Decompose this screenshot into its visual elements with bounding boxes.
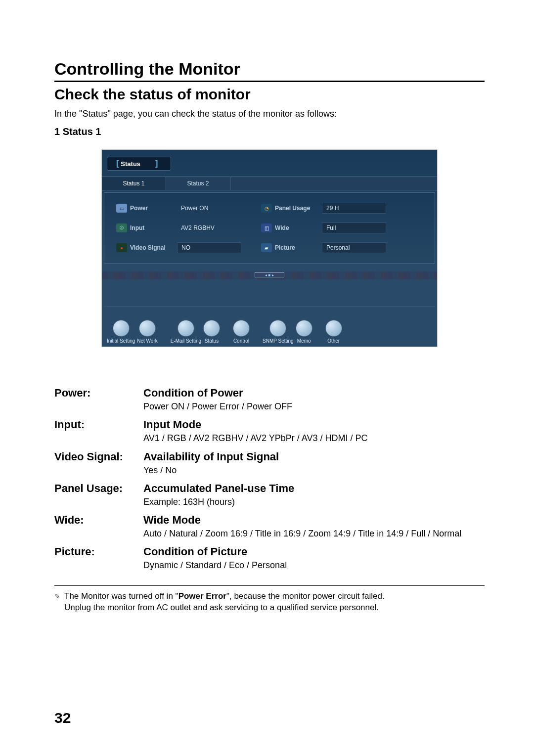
panel-usage-icon: ◔	[261, 204, 272, 213]
def-detail-power: Power ON / Power Error / Power OFF	[143, 400, 485, 412]
subtab-status2[interactable]: Status 2	[166, 177, 230, 190]
control-icon	[233, 320, 250, 337]
input-value: AV2 RGBHV	[177, 223, 241, 233]
bracket-right-icon: ]	[155, 159, 158, 168]
def-head-input: Input Mode	[143, 418, 485, 431]
def-head-picture: Condition of Picture	[143, 545, 485, 558]
def-head-power: Condition of Power	[143, 387, 485, 400]
def-detail-wide: Auto / Natural / Zoom 16:9 / Title in 16…	[143, 528, 485, 539]
nav-label: E-Mail Setting	[171, 338, 201, 344]
other-icon	[325, 320, 342, 337]
note-post: ", because the monitor power circuit fai…	[226, 591, 385, 601]
mini-nav-icon: ◂ ■ ▸	[255, 272, 284, 277]
def-detail-input: AV1 / RGB / AV2 RGBHV / AV2 YPbPr / AV3 …	[143, 432, 485, 444]
panel-usage-value: 29 H	[322, 203, 386, 214]
network-icon	[139, 320, 156, 337]
picture-value: Personal	[322, 242, 386, 253]
def-head-wide: Wide Mode	[143, 514, 485, 527]
def-term-power: Power:	[54, 387, 143, 416]
input-icon: ⦾	[116, 223, 127, 232]
page-subtitle: Check the status of monitor	[54, 86, 485, 103]
picture-label: Picture	[275, 244, 322, 251]
tab-status[interactable]: [ Status ]	[107, 157, 171, 171]
intro-text: In the "Status" page, you can check the …	[54, 109, 485, 119]
nav-label: Net Work	[137, 338, 158, 344]
nav-label: Other	[327, 338, 340, 344]
initial-setting-icon	[113, 320, 130, 337]
def-term-panelusage: Panel Usage:	[54, 482, 143, 512]
nav-initial-setting[interactable]: Initial Setting	[107, 320, 135, 344]
power-value: Power ON	[177, 203, 241, 213]
bottom-nav: Initial Setting Net Work E-Mail Setting …	[107, 320, 432, 344]
power-label: Power	[130, 205, 177, 212]
video-signal-value: NO	[177, 242, 241, 253]
note-bold: Power Error	[178, 591, 226, 601]
pencil-icon: ✎	[54, 592, 60, 600]
status-panel: ▭ Power Power ON ◔ Panel Usage 29 H ⦾ In…	[104, 192, 435, 264]
definitions: Power: Condition of Power Power ON / Pow…	[54, 387, 485, 586]
wide-label: Wide	[275, 224, 322, 231]
nav-network[interactable]: Net Work	[137, 320, 158, 344]
page-number: 32	[54, 710, 71, 726]
nav-label: Memo	[297, 338, 311, 344]
nav-other[interactable]: Other	[325, 320, 342, 344]
nav-label: SNMP Setting	[263, 338, 294, 344]
def-term-picture: Picture:	[54, 545, 143, 575]
nav-status[interactable]: Status	[203, 320, 220, 344]
picture-icon: ▰	[261, 243, 272, 252]
input-label: Input	[130, 224, 177, 231]
nav-label: Control	[233, 338, 249, 344]
section-label: 1 Status 1	[54, 126, 485, 137]
footnote: ✎ The Monitor was turned off in "Power E…	[54, 591, 485, 614]
wide-icon: ◫	[261, 223, 272, 232]
panel-usage-label: Panel Usage	[275, 205, 322, 212]
def-term-input: Input:	[54, 418, 143, 448]
def-detail-panelusage: Example: 163H (hours)	[143, 496, 485, 508]
status-icon	[203, 320, 220, 337]
note-pre: The Monitor was turned off in "	[64, 591, 178, 601]
status-row-videosignal: ● Video Signal NO ▰ Picture Personal	[116, 242, 423, 253]
note-line2: Unplug the monitor from AC outlet and as…	[64, 603, 379, 612]
video-signal-label: Video Signal	[130, 244, 177, 251]
nav-control[interactable]: Control	[233, 320, 250, 344]
bracket-left-icon: [	[116, 159, 119, 168]
divider-line	[104, 306, 435, 307]
def-detail-picture: Dynamic / Standard / Eco / Personal	[143, 559, 485, 571]
subtab-status1[interactable]: Status 1	[102, 177, 166, 190]
tab-status-label: Status	[121, 160, 140, 168]
nav-snmp-setting[interactable]: SNMP Setting	[263, 320, 294, 344]
status-row-power: ▭ Power Power ON ◔ Panel Usage 29 H	[116, 203, 423, 214]
status-screenshot: [ Status ] Status 1 Status 2 ▭ Power Pow…	[101, 149, 438, 347]
status-row-input: ⦾ Input AV2 RGBHV ◫ Wide Full	[116, 222, 423, 233]
wide-value: Full	[322, 222, 386, 233]
def-head-videosignal: Availability of Input Signal	[143, 450, 485, 463]
memo-icon	[296, 320, 312, 337]
email-setting-icon	[178, 320, 194, 337]
page-title: Controlling the Monitor	[54, 59, 485, 82]
power-icon: ▭	[116, 204, 127, 213]
nav-label: Initial Setting	[107, 338, 135, 344]
nav-memo[interactable]: Memo	[296, 320, 312, 344]
def-head-panelusage: Accumulated Panel-use Time	[143, 482, 485, 495]
footnote-body: The Monitor was turned off in "Power Err…	[64, 591, 385, 614]
snmp-setting-icon	[269, 320, 286, 337]
subtab-bar: Status 1 Status 2	[102, 177, 437, 190]
video-signal-icon: ●	[116, 243, 127, 252]
nav-label: Status	[205, 338, 219, 344]
def-detail-videosignal: Yes / No	[143, 464, 485, 476]
def-term-wide: Wide:	[54, 514, 143, 543]
def-term-videosignal: Video Signal:	[54, 450, 143, 480]
nav-email-setting[interactable]: E-Mail Setting	[171, 320, 201, 344]
